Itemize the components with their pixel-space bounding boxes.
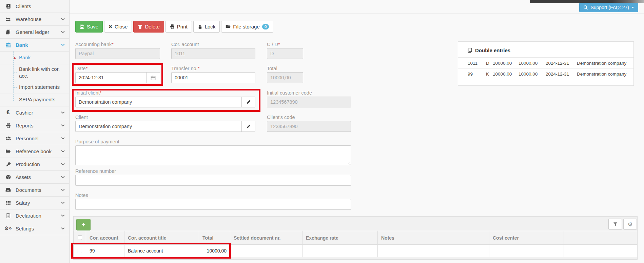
sidebar-item-clients[interactable]: Clients (0, 0, 69, 13)
filter-button[interactable] (608, 219, 622, 230)
sidebar-item-production[interactable]: Production (0, 158, 69, 171)
sidebar-item-bank[interactable]: Bank (0, 39, 69, 52)
clients-icon (4, 4, 12, 9)
edit-pencil-icon[interactable] (241, 121, 255, 132)
row-select-checkbox[interactable] (78, 249, 82, 253)
cell-total: 10000,00 (199, 245, 230, 257)
date-label: Date* (75, 66, 160, 71)
reference-number-field-group: Reference number (75, 168, 351, 186)
sidebar-item-label: Cashier (16, 110, 61, 116)
warehouse-icon (4, 17, 12, 22)
sidebar: Clients Warehouse General ledger Bank ▶ … (0, 0, 70, 263)
personnel-icon (4, 136, 12, 141)
line-items-table: Cor. account Cor. account title Total Se… (74, 231, 637, 257)
accounting-bank-label: Accounting bank* (75, 42, 160, 47)
production-icon (4, 162, 12, 167)
sidebar-item-assets[interactable]: Assets (0, 171, 69, 184)
add-row-button[interactable]: + (76, 219, 91, 230)
transfer-no-input[interactable] (171, 72, 255, 83)
cell-filler (564, 245, 637, 257)
lock-button[interactable]: Lock (193, 21, 220, 33)
calendar-icon[interactable] (146, 73, 160, 83)
initial-client-field-group: Initial client* (75, 90, 255, 107)
chevron-down-icon (61, 215, 65, 217)
cd-label: C / D* (267, 42, 303, 47)
sidebar-item-label: Warehouse (16, 16, 61, 22)
date-input[interactable] (76, 73, 146, 83)
clients-code-field-group: Client's code (267, 115, 351, 132)
sidebar-item-label: Production (16, 161, 61, 167)
lock-label: Lock (205, 24, 216, 29)
sidebar-subitem-bank-link[interactable]: Bank link with cor. acc. (0, 64, 69, 81)
gear-icon: ⚙ (627, 221, 632, 228)
top-header-strip (70, 0, 644, 14)
edit-pencil-icon[interactable] (241, 97, 255, 107)
delete-button[interactable]: Delete (133, 21, 164, 33)
sidebar-item-settings[interactable]: ⚙⚙ Settings (0, 222, 69, 235)
cashier-icon: € (4, 109, 12, 116)
chevron-down-icon (61, 202, 65, 204)
entry-side: D (486, 61, 493, 66)
client-label: Client (75, 115, 255, 120)
reference-number-input[interactable] (75, 175, 351, 186)
file-storage-button[interactable]: File storage 0 (221, 21, 273, 33)
purpose-label: Purpose of payment (75, 139, 351, 144)
salary-icon (4, 200, 12, 205)
cor-account-label: Cor. account (171, 42, 255, 47)
close-icon: ✖ (109, 24, 112, 29)
purpose-textarea[interactable] (75, 145, 351, 165)
cd-field-group: C / D* (267, 42, 303, 59)
client-input[interactable] (76, 121, 241, 132)
initial-customer-code-input (267, 97, 351, 107)
sidebar-item-documents[interactable]: Documents (0, 184, 69, 197)
sidebar-item-reference-book[interactable]: Reference book (0, 145, 69, 158)
cell-notes (378, 245, 489, 257)
main-content: Save ✖ Close Delete Print Lock File stor… (70, 0, 644, 263)
close-button[interactable]: ✖ Close (104, 21, 132, 33)
sidebar-item-cashier[interactable]: € Cashier (0, 106, 69, 119)
sidebar-subitem-label: SEPA payments (19, 96, 55, 103)
entry-debit: 10000,00 (493, 72, 519, 77)
cell-cor-account: 99 (86, 245, 124, 257)
sidebar-bank-submenu: ▶ Bank Bank link with cor. acc. Import s… (0, 52, 69, 106)
sidebar-subitem-sepa-payments[interactable]: SEPA payments (0, 94, 69, 106)
sidebar-subitem-import-statements[interactable]: Import statements (0, 81, 69, 94)
print-label: Print (177, 24, 188, 29)
table-settings-button[interactable]: ⚙ (623, 219, 637, 230)
active-caret-icon: ▶ (14, 56, 16, 60)
select-all-header (74, 231, 86, 245)
save-label: Save (87, 24, 98, 29)
entry-debit: 10000,00 (493, 61, 519, 66)
col-header-cor-account-title: Cor. account title (124, 231, 199, 245)
sidebar-item-reports[interactable]: Reports (0, 119, 69, 132)
entry-client: Demonstration company (577, 72, 629, 77)
table-row[interactable]: 99 Balance account 10000,00 (74, 245, 637, 257)
sidebar-item-personnel[interactable]: Personnel (0, 132, 69, 145)
sidebar-item-label: General ledger (16, 29, 61, 35)
select-all-checkbox[interactable] (78, 236, 82, 240)
file-storage-label: File storage (233, 24, 259, 29)
notes-input[interactable] (75, 199, 351, 210)
reference-number-label: Reference number (75, 168, 351, 174)
sidebar-item-warehouse[interactable]: Warehouse (0, 13, 69, 26)
cd-input (267, 48, 303, 59)
sidebar-item-general-ledger[interactable]: General ledger (0, 26, 69, 39)
save-button[interactable]: Save (75, 21, 103, 33)
sidebar-item-declaration[interactable]: Declaration (0, 209, 69, 222)
initial-client-input[interactable] (76, 97, 241, 107)
purpose-field-group: Purpose of payment (75, 139, 351, 166)
cor-account-field-group: Cor. account (171, 42, 255, 59)
lock-icon (198, 24, 202, 29)
sidebar-item-label: Assets (16, 174, 61, 180)
row-select-cell (74, 245, 86, 257)
col-header-notes: Notes (378, 231, 489, 245)
sidebar-subitem-bank[interactable]: ▶ Bank (0, 52, 69, 64)
line-items-section: + ⚙ Cor. account Cor. account title Tota… (73, 216, 638, 260)
assets-icon (4, 175, 12, 180)
print-button[interactable]: Print (165, 21, 192, 33)
notes-field-group: Notes (75, 193, 351, 210)
reports-icon (4, 123, 12, 128)
accounting-bank-input (75, 48, 160, 59)
sidebar-item-salary[interactable]: Salary (0, 197, 69, 209)
accounting-bank-field-group: Accounting bank* (75, 42, 160, 59)
